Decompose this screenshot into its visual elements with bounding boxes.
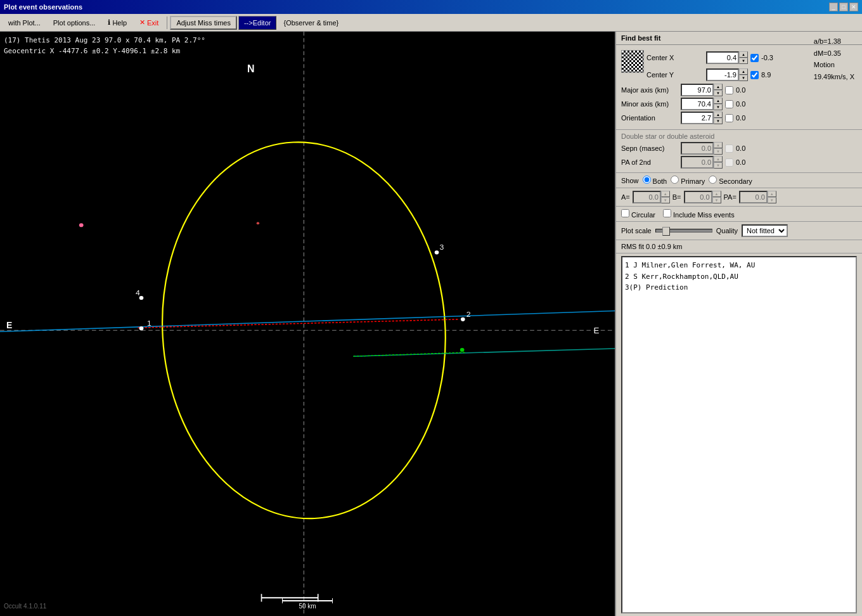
center-x-input[interactable] xyxy=(706,51,739,64)
orient-check-val: 0.0 xyxy=(736,114,759,122)
orient-row: Orientation ▲ ▼ 0.0 xyxy=(621,112,857,124)
center-x-up[interactable]: ▲ xyxy=(739,51,748,58)
minor-down[interactable]: ▼ xyxy=(714,104,723,110)
center-y-up[interactable]: ▲ xyxy=(739,68,748,75)
menu-bar: with Plot... Plot options... ℹ Help ✕ Ex… xyxy=(0,14,862,32)
major-checkbox[interactable] xyxy=(725,86,733,94)
plot-info-line1: (17) Thetis 2013 Aug 23 97.0 x 70.4 km, … xyxy=(4,35,205,46)
circular-checkbox[interactable] xyxy=(621,209,629,217)
orient-spinner[interactable]: ▲ ▼ xyxy=(714,112,723,124)
svg-point-13 xyxy=(139,296,144,300)
center-x-checkbox[interactable] xyxy=(750,54,759,62)
orient-input-wrap: ▲ ▼ xyxy=(681,112,723,124)
a-up: ▲ xyxy=(661,191,670,197)
north-label: N xyxy=(247,63,255,75)
center-x-spinner[interactable]: ▲ ▼ xyxy=(739,51,748,64)
show-both-label[interactable]: Both xyxy=(643,176,667,185)
major-input-wrap: ▲ ▼ xyxy=(681,84,723,96)
menu-help[interactable]: ℹ Help xyxy=(102,16,132,30)
b-down: ▼ xyxy=(712,197,721,203)
show-primary-label[interactable]: Primary xyxy=(671,176,705,185)
center-y-input-wrap: ▲ ▼ xyxy=(706,68,748,81)
include-miss-label[interactable]: Include Miss events xyxy=(663,209,735,219)
svg-text:4: 4 xyxy=(136,288,140,296)
show-secondary-radio[interactable] xyxy=(709,176,717,184)
pa2nd-spinner: ▲ ▼ xyxy=(714,156,723,169)
b-spinner: ▲ ▼ xyxy=(712,191,721,203)
menu-separator xyxy=(167,16,167,29)
orient-checkbox[interactable] xyxy=(725,114,733,122)
minor-input[interactable] xyxy=(681,98,714,110)
svg-line-3 xyxy=(0,311,615,332)
center-x-label: Center X xyxy=(646,54,704,61)
show-primary-text: Primary xyxy=(681,177,705,185)
menu-exit[interactable]: ✕ Exit xyxy=(134,16,164,30)
show-label: Show xyxy=(621,177,639,184)
orient-up[interactable]: ▲ xyxy=(714,112,723,118)
help-icon: ℹ xyxy=(108,18,110,27)
slider-thumb[interactable] xyxy=(662,227,670,236)
pa2nd-input-wrap: ▲ ▼ xyxy=(681,156,723,169)
include-miss-checkbox[interactable] xyxy=(663,209,671,217)
window-title: Plot event observations xyxy=(4,3,82,11)
pa-spinner: ▲ ▼ xyxy=(768,191,776,203)
window-controls[interactable]: _ □ ✕ xyxy=(829,3,858,11)
circular-label[interactable]: Circular xyxy=(621,209,655,219)
scale-label: 50 km xyxy=(299,603,316,610)
pa-input-wrap: ▲ ▼ xyxy=(739,191,776,203)
major-input[interactable] xyxy=(681,84,714,96)
major-up[interactable]: ▲ xyxy=(714,84,723,90)
plotscale-row: Plot scale Quality Not fitted Fitted Goo… xyxy=(616,222,862,240)
double-star-title: Double star or double asteroid xyxy=(621,132,857,140)
svg-text:E: E xyxy=(594,326,600,335)
menu-plot-options[interactable]: Plot options... xyxy=(48,16,101,30)
abpa-row: A= ▲ ▼ B= ▲ ▼ PA= ▲ ▼ xyxy=(616,188,862,207)
show-secondary-label[interactable]: Secondary xyxy=(709,176,752,185)
close-button[interactable]: ✕ xyxy=(849,3,858,11)
minor-spinner[interactable]: ▲ ▼ xyxy=(714,98,723,110)
minimize-button[interactable]: _ xyxy=(829,3,838,11)
center-y-input[interactable] xyxy=(706,68,739,81)
observer-list[interactable]: 1 J Milner,Glen Forrest, WA, AU 2 S Kerr… xyxy=(621,256,857,613)
center-x-down[interactable]: ▼ xyxy=(739,58,748,64)
rms-text: RMS fit 0.0 ±0.9 km xyxy=(621,243,683,250)
quality-select[interactable]: Not fitted Fitted Good xyxy=(742,224,788,237)
show-both-radio[interactable] xyxy=(643,176,651,184)
major-label: Major axis (km) xyxy=(621,86,678,94)
menu-editor[interactable]: -->Editor xyxy=(238,16,277,30)
center-x-check-val: -0.3 xyxy=(761,54,784,61)
svg-point-7 xyxy=(139,326,144,330)
circular-text: Circular xyxy=(631,211,655,219)
center-y-checkbox[interactable] xyxy=(750,71,759,79)
major-check-val: 0.0 xyxy=(736,86,759,94)
a-spinner: ▲ ▼ xyxy=(661,191,670,203)
orient-down[interactable]: ▼ xyxy=(714,118,723,124)
minor-checkbox[interactable] xyxy=(725,100,733,108)
center-y-spinner[interactable]: ▲ ▼ xyxy=(739,68,748,81)
sepn-up: ▲ xyxy=(714,142,723,148)
major-spinner[interactable]: ▲ ▼ xyxy=(714,84,723,96)
plotscale-label: Plot scale xyxy=(621,227,652,234)
major-row: Major axis (km) ▲ ▼ 0.0 xyxy=(621,84,857,96)
show-radio-row: Show Both Primary Secondary xyxy=(621,176,857,185)
plot-info: (17) Thetis 2013 Aug 23 97.0 x 70.4 km, … xyxy=(4,35,205,56)
observer-item-1: 1 J Milner,Glen Forrest, WA, AU xyxy=(625,260,853,271)
rms-row: RMS fit 0.0 ±0.9 km xyxy=(616,240,862,253)
sepn-down: ▼ xyxy=(714,148,723,155)
orient-input[interactable] xyxy=(681,112,714,124)
center-y-check-val: 8.9 xyxy=(761,71,784,79)
minor-up[interactable]: ▲ xyxy=(714,98,723,104)
menu-adjust-miss[interactable]: Adjust Miss times xyxy=(170,16,237,30)
menu-observer-time[interactable]: {Observer & time} xyxy=(278,16,344,30)
fit-dm: dM=0.35 xyxy=(814,48,854,60)
menu-with-plot[interactable]: with Plot... xyxy=(3,16,46,30)
show-primary-radio[interactable] xyxy=(671,176,679,184)
plotscale-slider[interactable] xyxy=(655,229,712,233)
plot-area: 1 2 3 4 E (17) Thetis 2013 xyxy=(0,32,615,616)
fit-ab: a/b=1.38 xyxy=(814,35,854,48)
major-down[interactable]: ▼ xyxy=(714,90,723,96)
fit-section: Center X ▲ ▼ -0.3 Center Y xyxy=(616,45,862,130)
center-y-down[interactable]: ▼ xyxy=(739,75,748,81)
minor-row: Minor axis (km) ▲ ▼ 0.0 xyxy=(621,98,857,110)
maximize-button[interactable]: □ xyxy=(839,3,848,11)
